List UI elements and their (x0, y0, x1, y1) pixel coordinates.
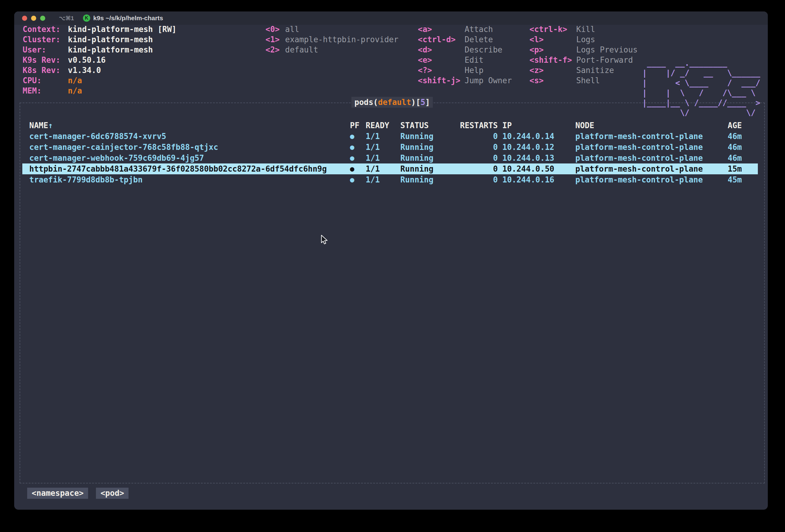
column-header-restarts[interactable]: RESTARTS (435, 121, 498, 130)
action-menu-column-1: <a>Attach <ctrl-d>Delete <d>Describe <e>… (418, 24, 512, 86)
pod-status: Running (400, 175, 435, 184)
pod-row[interactable]: traefik-7799d8db8b-tpjbn ● 1/1 Running 0… (22, 174, 758, 185)
cluster-info-line: K9s Rev:v0.50.16 (23, 55, 176, 65)
namespace-hotkey-item[interactable]: <0>all (265, 24, 399, 34)
minimize-window-button[interactable] (31, 16, 36, 21)
action-menu-item[interactable]: <shift-f>Port-Forward (529, 55, 638, 65)
column-header-status[interactable]: STATUS (400, 121, 435, 130)
column-header-name[interactable]: NAME↑ (29, 121, 348, 130)
action-menu-item[interactable]: <?>Help (418, 65, 512, 75)
pod-status: Running (400, 164, 435, 174)
column-header-pf[interactable]: PF (348, 121, 366, 130)
breadcrumb-item[interactable]: <namespace> (27, 488, 88, 499)
action-menu-key: <p> (529, 45, 576, 55)
cluster-info-line: K8s Rev:v1.34.0 (23, 65, 176, 75)
action-menu-key: <shift-j> (418, 75, 464, 86)
action-menu-label: Logs (576, 35, 595, 44)
pods-table-panel: pods(default)[5] NAME↑ PF READY STATUS R… (20, 103, 765, 483)
action-menu-item[interactable]: <e>Edit (418, 55, 512, 65)
action-menu-label: Sanitize (576, 66, 614, 75)
pod-node: platform-mesh-control-plane (575, 154, 728, 163)
action-menu-item[interactable]: <ctrl-d>Delete (418, 34, 512, 45)
info-label: K8s Rev: (23, 65, 68, 75)
pod-ip: 10.244.0.14 (498, 132, 575, 141)
column-header-age[interactable]: AGE (728, 121, 758, 130)
pod-row[interactable]: cert-manager-6dc6788574-xvrv5 ● 1/1 Runn… (22, 131, 758, 142)
action-menu-item[interactable]: <d>Describe (418, 45, 512, 55)
breadcrumb-item[interactable]: <pod> (96, 488, 128, 499)
column-header-ip[interactable]: IP (498, 121, 575, 130)
tab-shortcut-label: ⌥⌘1 (59, 15, 74, 22)
pod-row[interactable]: cert-manager-webhook-759c69db69-4jg57 ● … (22, 153, 758, 163)
action-menu-label: Shell (576, 76, 600, 85)
action-menu-key: <?> (418, 65, 464, 75)
info-value: n/a (68, 76, 82, 85)
pods-table-title: pods(default)[5] (352, 97, 433, 108)
info-value: kind-platform-mesh (68, 35, 153, 44)
pod-row[interactable]: cert-manager-cainjector-768c58fb88-qtjxc… (22, 142, 758, 153)
pod-ready: 1/1 (366, 164, 400, 174)
action-menu-key: <z> (529, 65, 576, 75)
namespace-hotkeys: <0>all <1>example-httpbin-provider <2>de… (265, 24, 399, 55)
action-menu-item[interactable]: <p>Logs Previous (529, 45, 638, 55)
pod-ip: 10.244.0.13 (498, 154, 575, 163)
column-header-node[interactable]: NODE (575, 121, 728, 130)
pod-restarts: 0 (435, 175, 498, 184)
pod-ready: 1/1 (366, 175, 400, 184)
pod-age: 46m (728, 132, 758, 141)
pod-age: 45m (728, 175, 758, 184)
logo-line: ____ __.________ (642, 58, 760, 68)
pod-node: platform-mesh-control-plane (575, 132, 728, 141)
pod-age: 15m (728, 164, 758, 174)
pod-name: cert-manager-6dc6788574-xvrv5 (29, 132, 348, 141)
info-label: MEM: (23, 86, 68, 96)
info-value: n/a (68, 86, 82, 95)
pod-status: Running (400, 132, 435, 141)
namespace-hotkey-key: <2> (265, 45, 285, 55)
namespace-hotkey-label: default (285, 45, 318, 54)
action-menu-key: <ctrl-d> (418, 34, 464, 45)
namespace-hotkey-key: <1> (265, 34, 285, 45)
pod-pf-indicator: ● (348, 154, 366, 162)
sort-ascending-icon: ↑ (48, 121, 53, 130)
pod-pf-indicator: ● (348, 132, 366, 140)
pod-ip: 10.244.0.16 (498, 175, 575, 184)
info-label: Context: (23, 24, 68, 34)
namespace-hotkey-item[interactable]: <1>example-httpbin-provider (265, 34, 399, 45)
window-title: k9s ~/s/k/p/helm-charts (93, 15, 163, 22)
action-menu-item[interactable]: <s>Shell (529, 75, 638, 86)
info-value: kind-platform-mesh (68, 45, 153, 54)
info-value: kind-platform-mesh [RW] (68, 25, 176, 34)
pod-pf-indicator: ● (348, 165, 366, 173)
pod-node: platform-mesh-control-plane (575, 164, 728, 174)
close-window-button[interactable] (22, 16, 27, 21)
pod-row[interactable]: httpbin-2747cabbb481a433679f-36f028580bb… (22, 163, 758, 174)
maximize-window-button[interactable] (40, 16, 45, 21)
namespace-hotkey-label: example-httpbin-provider (285, 35, 399, 44)
table-header-row: NAME↑ PF READY STATUS RESTARTS IP NODE A… (22, 120, 758, 131)
namespace-hotkey-label: all (285, 25, 299, 34)
pod-age: 46m (728, 154, 758, 163)
pod-name: cert-manager-cainjector-768c58fb88-qtjxc (29, 143, 348, 152)
k9s-app-icon: K (83, 15, 90, 22)
pod-restarts: 0 (435, 143, 498, 152)
table-title-resource: pods( (354, 98, 378, 107)
action-menu-item[interactable]: <z>Sanitize (529, 65, 638, 75)
window-titlebar[interactable]: ⌥⌘1 K k9s ~/s/k/p/helm-charts (14, 11, 768, 25)
cluster-info-line: CPU:n/a (23, 75, 176, 86)
table-title-bracket-close: ] (425, 98, 430, 107)
action-menu-item[interactable]: <a>Attach (418, 24, 512, 34)
column-header-ready[interactable]: READY (366, 121, 400, 130)
info-label: CPU: (23, 75, 68, 86)
namespace-hotkey-item[interactable]: <2>default (265, 45, 399, 55)
info-value: v1.34.0 (68, 66, 101, 75)
pod-status: Running (400, 143, 435, 152)
action-menu-item[interactable]: <ctrl-k>Kill (529, 24, 638, 34)
pod-restarts: 0 (435, 154, 498, 163)
pod-name: httpbin-2747cabbb481a433679f-36f028580bb… (29, 164, 348, 174)
pod-pf-indicator: ● (348, 143, 366, 151)
terminal-window: ⌥⌘1 K k9s ~/s/k/p/helm-charts Context:ki… (14, 11, 768, 510)
action-menu-key: <a> (418, 24, 464, 34)
action-menu-item[interactable]: <shift-j>Jump Owner (418, 75, 512, 86)
action-menu-item[interactable]: <l>Logs (529, 34, 638, 45)
